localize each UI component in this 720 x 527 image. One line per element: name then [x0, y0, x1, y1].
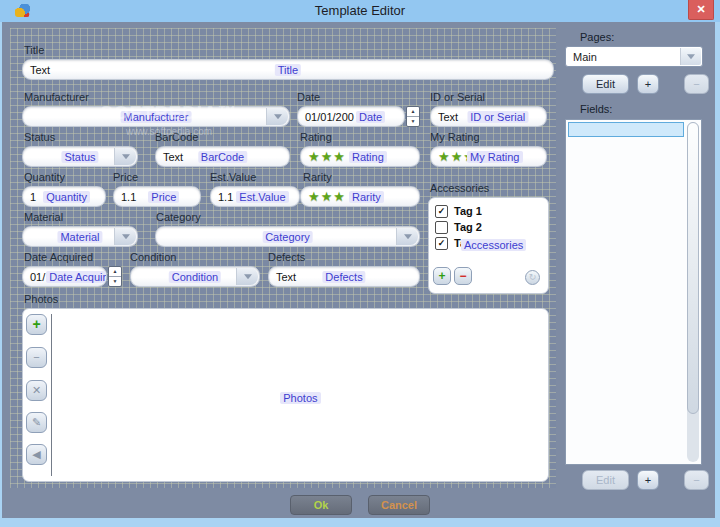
plus-icon: +	[32, 316, 40, 332]
field-list-item[interactable]	[568, 253, 684, 267]
est-value-input[interactable]: 1.1 Est.Value	[210, 186, 300, 207]
field-list-item[interactable]	[568, 353, 684, 367]
spinner-down-icon[interactable]: ▼	[407, 117, 419, 126]
minus-icon: −	[33, 351, 39, 363]
field-list-item[interactable]	[568, 368, 684, 382]
barcode-input[interactable]: Text BarCode	[155, 146, 290, 167]
add-tag-button[interactable]: +	[433, 267, 451, 285]
field-edit-button[interactable]: Edit	[582, 470, 629, 490]
field-list-item[interactable]	[568, 339, 684, 353]
checkbox-icon[interactable]	[435, 221, 448, 234]
field-list-item[interactable]	[568, 139, 684, 153]
fields-scrollbar[interactable]	[687, 122, 699, 462]
page-remove-button[interactable]: −	[684, 74, 709, 94]
chevron-down-icon[interactable]	[266, 108, 288, 125]
photo-delete-button[interactable]: ✕	[26, 380, 47, 401]
photo-add-button[interactable]: +	[26, 314, 47, 335]
rating-stars-icon[interactable]: ★★★	[308, 149, 346, 164]
field-remove-button[interactable]: −	[684, 470, 709, 490]
field-list-item[interactable]	[568, 268, 684, 282]
tag-options-button[interactable]: ↻	[525, 270, 540, 285]
field-list-item[interactable]	[568, 382, 684, 396]
chevron-down-icon[interactable]	[680, 48, 701, 65]
close-icon: ✕	[696, 3, 705, 15]
condition-chip: Condition	[169, 271, 221, 283]
status-dropdown[interactable]: Status	[22, 146, 138, 167]
field-add-button[interactable]: +	[637, 470, 659, 490]
field-label-manufacturer: Manufacturer	[24, 91, 89, 103]
photo-edit-button[interactable]: ✎	[26, 412, 47, 433]
barcode-value: Text	[163, 151, 183, 163]
material-dropdown[interactable]: Material	[22, 226, 138, 247]
tag-row[interactable]: ✓ Tag 1	[435, 203, 544, 219]
quantity-input[interactable]: 1 Quantity	[22, 186, 106, 207]
date-input[interactable]: 01/01/200 Date	[297, 106, 405, 127]
close-button[interactable]: ✕	[688, 0, 714, 20]
date-chip: Date	[356, 111, 385, 123]
id-or-serial-input[interactable]: Text ID or Serial	[430, 106, 547, 127]
chevron-down-icon[interactable]	[236, 268, 258, 285]
remove-tag-button[interactable]: −	[454, 267, 472, 285]
template-editor-window: Template Editor ✕ SOFTPEDIA™ www.softped…	[0, 0, 720, 527]
material-chip: Material	[57, 231, 102, 243]
field-label-defects: Defects	[268, 251, 305, 263]
date-acquired-input[interactable]: 01/ Date Acquired	[22, 266, 107, 287]
field-list-item[interactable]	[568, 396, 684, 410]
date-spinner[interactable]: ▲ ▼	[406, 106, 420, 127]
ok-button[interactable]: Ok	[290, 495, 352, 515]
tag-row[interactable]: Tag 2	[435, 219, 544, 235]
condition-dropdown[interactable]: Condition	[130, 266, 260, 287]
cancel-button[interactable]: Cancel	[368, 495, 430, 515]
pages-dropdown[interactable]: Main	[565, 46, 703, 67]
field-list-item[interactable]	[568, 454, 684, 462]
field-list-item[interactable]	[568, 411, 684, 425]
plus-icon: +	[645, 78, 651, 90]
title-bar[interactable]: Template Editor ✕	[0, 0, 720, 22]
fields-list[interactable]	[565, 119, 702, 465]
field-label-est-value: Est.Value	[210, 171, 256, 183]
field-list-item[interactable]	[568, 296, 684, 310]
checkbox-icon[interactable]: ✓	[435, 205, 448, 218]
field-list-item[interactable]	[568, 225, 684, 239]
spinner-up-icon[interactable]: ▲	[109, 267, 121, 277]
rarity-control[interactable]: ★★★ Rarity	[300, 186, 420, 207]
scrollbar-thumb[interactable]	[687, 122, 699, 414]
photo-back-button[interactable]: ◀	[26, 444, 47, 465]
fields-list-selected-row[interactable]	[568, 122, 684, 137]
chevron-down-icon[interactable]	[396, 228, 418, 245]
price-input[interactable]: 1.1 Price	[113, 186, 201, 207]
chevron-down-icon[interactable]	[114, 148, 136, 165]
field-list-item[interactable]	[568, 282, 684, 296]
spinner-down-icon[interactable]: ▼	[109, 277, 121, 286]
spinner-up-icon[interactable]: ▲	[407, 107, 419, 117]
plus-icon: +	[438, 269, 445, 283]
photos-box[interactable]: + − ✕ ✎ ◀ Photos	[22, 308, 549, 482]
chevron-down-icon[interactable]	[114, 228, 136, 245]
manufacturer-dropdown[interactable]: Manufacturer	[22, 106, 290, 127]
page-add-button[interactable]: +	[637, 74, 659, 94]
field-list-item[interactable]	[568, 439, 684, 453]
my-rating-control[interactable]: ★★★ My Rating	[430, 146, 547, 167]
field-list-item[interactable]	[568, 311, 684, 325]
rarity-stars-icon[interactable]: ★★★	[308, 189, 346, 204]
field-list-item[interactable]	[568, 182, 684, 196]
field-list-item[interactable]	[568, 325, 684, 339]
field-list-item[interactable]	[568, 425, 684, 439]
photo-remove-button[interactable]: −	[26, 347, 47, 368]
field-list-item[interactable]	[568, 239, 684, 253]
rating-control[interactable]: ★★★ Rating	[300, 146, 420, 167]
date-acquired-spinner[interactable]: ▲ ▼	[108, 266, 122, 287]
field-list-item[interactable]	[568, 153, 684, 167]
field-list-item[interactable]	[568, 168, 684, 182]
field-list-item[interactable]	[568, 196, 684, 210]
category-dropdown[interactable]: Category	[155, 226, 420, 247]
minus-icon: −	[693, 474, 699, 486]
field-label-id-or-serial: ID or Serial	[430, 91, 485, 103]
field-label-date-acquired: Date Acquired	[24, 251, 93, 263]
page-edit-button[interactable]: Edit	[582, 74, 629, 94]
field-list-item[interactable]	[568, 210, 684, 224]
checkbox-icon[interactable]: ✓	[435, 237, 448, 250]
accessories-box[interactable]: ✓ Tag 1 Tag 2 ✓ Tag 3 Accessories + − ↻	[428, 197, 549, 294]
defects-input[interactable]: Text Defects	[268, 266, 420, 287]
title-input[interactable]: Text Title	[22, 59, 554, 80]
